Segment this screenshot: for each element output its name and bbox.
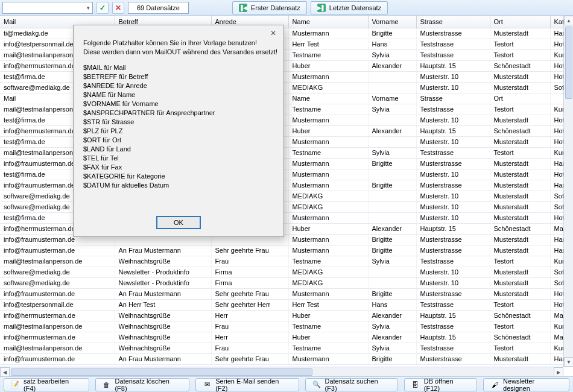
edit-record-button[interactable]: 📝 satz bearbeiten (F4) — [4, 378, 89, 391]
cell-vorname[interactable] — [368, 191, 416, 201]
cell-name[interactable]: Huber — [288, 60, 368, 71]
cell-strasse[interactable]: Teststrasse — [416, 147, 490, 158]
cell-strasse[interactable]: Teststrasse — [416, 39, 490, 49]
cell-ort[interactable]: Musterstadt — [490, 267, 550, 277]
cell-kate[interactable]: Hote — [550, 288, 563, 299]
col-header-vorname[interactable]: Vorname — [368, 16, 416, 28]
cell-kate[interactable]: Hote — [550, 212, 563, 223]
cell-vorname[interactable]: Brigitte — [368, 234, 416, 245]
cell-mail[interactable]: info@fraumusterman.de — [0, 288, 115, 299]
delete-record-button[interactable]: 🗑 Datensatz löschen (F8) — [95, 378, 190, 391]
table-row[interactable]: info@fraumusterman.deAn Frau MustermannS… — [0, 288, 563, 299]
cell-strasse[interactable]: Musterstr. 10 — [416, 169, 490, 180]
cell-betreff[interactable]: Weihnachtsgrüße — [115, 310, 211, 321]
cell-kate[interactable]: Hote — [550, 169, 563, 180]
cell-ort[interactable]: Musterstadt — [490, 115, 550, 125]
cell-vorname[interactable]: Alexander — [368, 310, 416, 321]
cell-anrede[interactable]: Frau — [211, 256, 288, 267]
col-header-strasse[interactable]: Strasse — [416, 16, 490, 28]
cell-anrede[interactable]: Herr — [211, 332, 288, 343]
first-record-button[interactable]: ▐◀ Erster Datensatz — [232, 1, 307, 14]
cell-ort[interactable]: Testort — [490, 321, 550, 332]
cell-name[interactable]: MEDIAKG — [288, 201, 368, 212]
cell-mail[interactable]: info@herrmusterman.de — [0, 332, 115, 343]
cell-kate[interactable]: Hote — [550, 115, 563, 125]
cell-vorname[interactable] — [368, 82, 416, 93]
table-row[interactable]: mail@testmailanperson.deWeihnachtsgrüßeF… — [0, 343, 563, 353]
cell-vorname[interactable]: Brigitte — [368, 288, 416, 299]
cell-ort[interactable]: Testort — [490, 256, 550, 267]
cell-vorname[interactable]: Sylvia — [368, 256, 416, 267]
cell-strasse[interactable]: Musterstr. 10 — [416, 201, 490, 212]
cell-kate[interactable]: Soft — [550, 82, 563, 93]
scroll-up-icon[interactable]: ▲ — [564, 16, 573, 25]
cell-name[interactable]: MEDIAKG — [288, 191, 368, 201]
cell-betreff[interactable]: Weihnachtsgrüße — [115, 332, 211, 343]
cell-vorname[interactable] — [368, 169, 416, 180]
cell-vorname[interactable]: Sylvia — [368, 49, 416, 60]
cell-name[interactable]: Huber — [288, 332, 368, 343]
scroll-down-icon[interactable]: ▼ — [564, 357, 573, 367]
cell-vorname[interactable]: Alexander — [368, 125, 416, 136]
cell-ort[interactable]: Musterstadt — [490, 191, 550, 201]
cell-mail[interactable]: info@fraumusterman.de — [0, 245, 115, 256]
cell-name[interactable]: Mustermann — [288, 158, 368, 169]
cell-ort[interactable]: Testort — [490, 299, 550, 310]
cell-betreff[interactable]: Weihnachtsgrüße — [115, 321, 211, 332]
cell-strasse[interactable]: Teststrasse — [416, 49, 490, 60]
cell-name[interactable]: Testname — [288, 104, 368, 115]
cell-vorname[interactable]: Vorname — [368, 93, 416, 104]
cell-name[interactable]: Mustermann — [288, 180, 368, 191]
cell-name[interactable]: Huber — [288, 223, 368, 234]
table-row[interactable]: info@fraumusterman.deAn Frau MustermannS… — [0, 353, 563, 364]
cell-betreff[interactable]: An Herr Test — [115, 299, 211, 310]
cell-ort[interactable]: Musterstadt — [490, 201, 550, 212]
cell-strasse[interactable]: Musterstr. 10 — [416, 191, 490, 201]
cell-betreff[interactable]: Newsletter - Produktinfo — [115, 267, 211, 277]
cell-kate[interactable]: Hote — [550, 71, 563, 82]
scroll-right-icon[interactable]: ▶ — [554, 367, 563, 377]
cell-mail[interactable]: mail@testmailanperson.de — [0, 321, 115, 332]
cell-ort[interactable]: Testort — [490, 49, 550, 60]
cell-name[interactable]: Name — [288, 93, 368, 104]
cell-strasse[interactable]: Musterstrasse — [416, 245, 490, 256]
cell-kate[interactable] — [550, 93, 563, 104]
cell-mail[interactable]: software@mediakg.de — [0, 267, 115, 277]
dialog-ok-button[interactable]: OK — [156, 216, 201, 229]
cell-ort[interactable]: Musterstadt — [490, 71, 550, 82]
cell-kate[interactable]: Hote — [550, 39, 563, 49]
cell-kate[interactable]: Kun — [550, 104, 563, 115]
cell-strasse[interactable]: Hauptstr. 15 — [416, 60, 490, 71]
category-dropdown[interactable] — [2, 2, 93, 14]
cell-strasse[interactable]: Teststrasse — [416, 299, 490, 310]
cell-name[interactable]: Testname — [288, 321, 368, 332]
cell-vorname[interactable] — [368, 212, 416, 223]
cell-vorname[interactable]: Hans — [368, 299, 416, 310]
cell-ort[interactable]: Testort — [490, 343, 550, 353]
cell-kate[interactable]: Soft — [550, 191, 563, 201]
cell-name[interactable]: Mustermann — [288, 212, 368, 223]
cell-kate[interactable]: Han — [550, 353, 563, 364]
cell-betreff[interactable]: An Frau Mustermann — [115, 245, 211, 256]
cell-kate[interactable]: Kun — [550, 343, 563, 353]
cell-name[interactable]: MEDIAKG — [288, 267, 368, 277]
cell-betreff[interactable]: Newsletter - Produktinfo — [115, 277, 211, 288]
cell-kate[interactable]: Hote — [550, 299, 563, 310]
cell-strasse[interactable]: Musterstr. 10 — [416, 267, 490, 277]
cell-name[interactable]: Mustermann — [288, 115, 368, 125]
search-record-button[interactable]: 🔍 Datensatz suchen (F3) — [305, 378, 398, 391]
cell-vorname[interactable]: Sylvia — [368, 343, 416, 353]
cell-ort[interactable]: Schönestadt — [490, 125, 550, 136]
cell-anrede[interactable]: Sehr geehrte Frau — [211, 288, 288, 299]
uncheck-all-button[interactable]: ✕ — [112, 2, 124, 14]
cell-strasse[interactable]: Musterstrasse — [416, 158, 490, 169]
cell-ort[interactable]: Testort — [490, 104, 550, 115]
cell-anrede[interactable]: Frau — [211, 343, 288, 353]
cell-strasse[interactable]: Musterstr. 10 — [416, 115, 490, 125]
cell-ort[interactable]: Musterstadt — [490, 245, 550, 256]
cell-ort[interactable]: Musterstadt — [490, 180, 550, 191]
cell-name[interactable]: Testname — [288, 49, 368, 60]
cell-vorname[interactable]: Hans — [368, 39, 416, 49]
col-header-name[interactable]: Name — [288, 16, 368, 28]
cell-strasse[interactable]: Teststrasse — [416, 343, 490, 353]
